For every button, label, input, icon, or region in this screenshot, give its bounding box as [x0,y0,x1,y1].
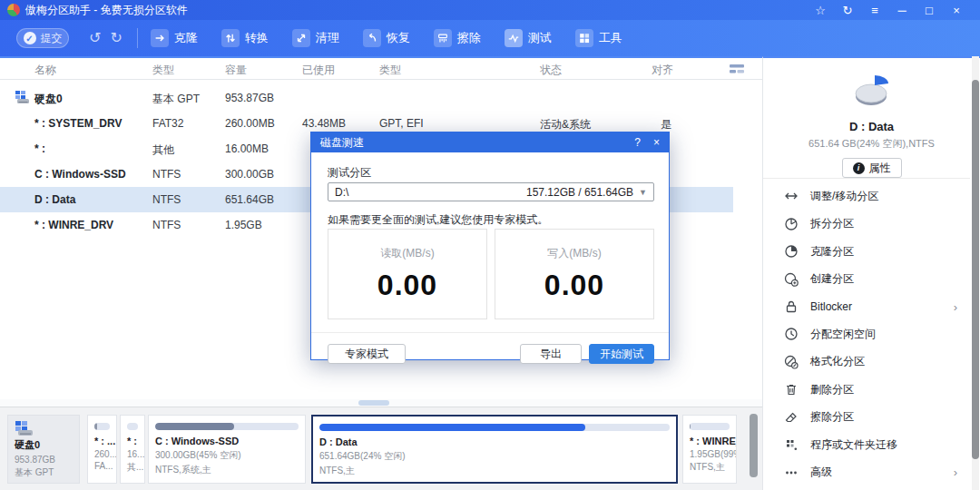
toolbar-wipe-button[interactable]: 擦除 [434,29,481,47]
sync-icon[interactable]: ↻ [840,4,855,17]
selected-partition-name: D : Data [763,120,980,133]
properties-button[interactable]: i 属性 [842,158,902,178]
toolbar: ✓ 提交 ↺ ↻ 克隆 转换 [0,20,980,56]
partition-card-c-drive[interactable]: C : Windows-SSD 300.00GB(45% 空闲) NTFS,系统… [148,415,306,484]
dialog-title: 磁盘测速 [320,135,364,151]
write-speed-panel: 写入(MB/s) 0.00 [495,229,654,319]
dialog-footer: 专家模式 导出 开始测试 [311,332,669,379]
hard-disk-icon [15,420,73,436]
advanced-more-icon [783,466,799,480]
chevron-down-icon: ▼ [639,188,647,197]
column-header-status[interactable]: 状态 [540,63,562,78]
submit-button[interactable]: ✓ 提交 [16,28,69,48]
table-row-disk0[interactable]: 硬盘0 基本 GPT 953.87GB [0,85,762,111]
bitlocker-lock-icon [783,299,799,314]
column-header-capacity[interactable]: 容量 [225,63,247,78]
expert-mode-hint: 如果需要更全面的测试,建议您使用专家模式。 [328,212,548,228]
write-speed-label: 写入(MB/s) [495,246,653,261]
close-button[interactable]: × [949,4,964,17]
redo-icon[interactable]: ↻ [110,31,122,45]
menu-item-create[interactable]: 创建分区 [763,265,970,292]
titlebar: 傲梅分区助手 - 免费无损分区软件 ☆ ↻ ≡ ─ □ × [0,0,980,20]
toolbar-convert-button[interactable]: 转换 [221,29,269,47]
maximize-button[interactable]: □ [922,4,936,17]
export-button[interactable]: 导出 [520,344,582,364]
checkmark-icon: ✓ [24,32,36,44]
column-settings-icon[interactable] [728,62,748,76]
table-header: 名称 类型 容量 已使用 类型 状态 对齐 [0,58,762,80]
toolbar-recover-button[interactable]: 恢复 [363,29,410,47]
expert-mode-button[interactable]: 专家模式 [328,344,406,364]
usage-bar [127,423,138,430]
resize-move-icon [783,189,799,203]
menu-item-delete[interactable]: 删除分区 [763,376,970,403]
horizontal-scrollbar-thumb[interactable] [358,400,389,406]
app-window: 傲梅分区助手 - 免费无损分区软件 ☆ ↻ ≡ ─ □ × ✓ 提交 ↺ ↻ 克… [0,0,980,490]
toolbar-tools-button[interactable]: 工具 [575,29,622,47]
pie-chart-icon [848,71,896,111]
toolbar-test-button[interactable]: 测试 [505,29,552,47]
clone-partition-icon [783,244,799,259]
menu-icon[interactable]: ≡ [867,4,882,17]
usage-bar [319,424,670,431]
partition-card-system[interactable]: * : ... 260... FA... [87,415,117,484]
partition-card-d-drive[interactable]: D : Data 651.64GB(24% 空闲) NTFS,主 [311,415,678,484]
menu-item-wipe[interactable]: 擦除分区 [763,404,970,431]
sidebar-scrollbar-thumb[interactable] [972,80,979,459]
window-title: 傲梅分区助手 - 免费无损分区软件 [25,3,188,18]
usage-bar [155,423,299,430]
column-header-type[interactable]: 类型 [379,63,401,78]
menu-item-split[interactable]: 拆分分区 [763,210,970,237]
toolbar-clone-button[interactable]: 克隆 [151,29,198,47]
usage-bar [94,423,110,430]
partition-select[interactable]: D:\ 157.12GB / 651.64GB ▼ [328,182,654,201]
create-partition-icon [783,272,799,287]
chevron-right-icon: › [954,466,957,479]
clean-icon [292,29,310,47]
menu-item-advanced[interactable]: 高级 › [763,459,970,486]
sidebar-scrollbar[interactable] [972,56,979,490]
star-icon[interactable]: ☆ [813,4,828,17]
disk0-card[interactable]: 硬盘0 953.87GB 基本 GPT [7,415,80,484]
menu-item-resize-move[interactable]: 调整/移动分区 [763,182,970,210]
start-test-button[interactable]: 开始测试 [589,344,654,364]
tools-icon [575,29,593,47]
partition-card-reserved[interactable]: * : 16.... 其... [120,415,145,484]
menu-item-app-mover[interactable]: 程序或文件夹迁移 [763,431,970,458]
recover-icon [363,29,381,47]
toolbar-divider [137,28,138,48]
operations-menu: 调整/移动分区 拆分分区 克隆分区 创建分区 Bitlocker › 分配 [763,178,970,490]
undo-icon[interactable]: ↺ [89,31,101,45]
toolbar-clean-button[interactable]: 清理 [292,29,339,47]
partition-card-winre[interactable]: * : WINRE_... 1.95GB(99%... NTFS,主 [682,415,737,484]
horizontal-scrollbar[interactable] [0,399,762,407]
test-partition-label: 测试分区 [328,165,371,181]
column-header-aligned[interactable]: 对齐 [652,63,673,78]
convert-icon [221,29,240,47]
column-header-used[interactable]: 已使用 [302,63,335,78]
clone-icon [151,29,169,47]
menu-item-bitlocker[interactable]: Bitlocker › [763,293,970,320]
right-sidebar: D : Data 651.64 GB(24% 空闲),NTFS i 属性 调整/… [762,56,980,490]
column-header-name[interactable]: 名称 [34,63,56,78]
allocate-space-icon [783,327,799,341]
app-mover-icon [783,437,799,452]
eraser-icon [783,410,799,425]
dialog-close-icon[interactable]: × [653,136,660,149]
wipe-icon [434,29,452,47]
dialog-titlebar: 磁盘测速 ? × [311,132,669,152]
chevron-right-icon: › [954,300,957,314]
menu-item-format[interactable]: 格式化分区 [763,348,970,376]
column-header-fs[interactable]: 类型 [152,63,174,78]
app-logo-icon [7,4,20,16]
disk-speed-test-dialog: 磁盘测速 ? × 测试分区 D:\ 157.12GB / 651.64GB ▼ … [310,132,670,360]
read-speed-panel: 读取(MB/s) 0.00 [328,229,487,319]
menu-item-allocate-free-space[interactable]: 分配空闲空间 [763,320,970,348]
vertical-scrollbar-thumb[interactable] [750,414,758,477]
test-icon [505,29,523,47]
partition-select-value: D:\ [335,186,348,199]
help-icon[interactable]: ? [634,136,641,149]
minimize-button[interactable]: ─ [895,4,909,17]
usage-bar [690,423,730,430]
menu-item-clone[interactable]: 克隆分区 [763,238,970,265]
